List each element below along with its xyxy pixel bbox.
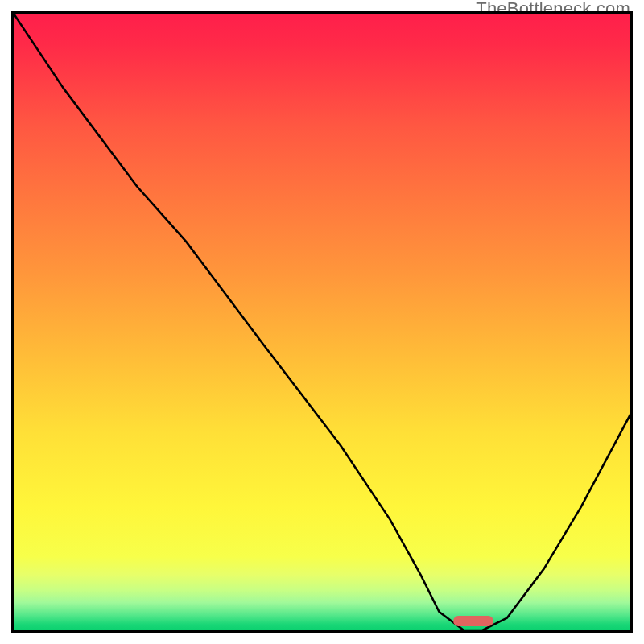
chart-frame: [11, 11, 633, 633]
curve-layer: [14, 14, 630, 630]
bottleneck-curve: [14, 14, 630, 630]
optimal-range-marker: [453, 616, 493, 627]
